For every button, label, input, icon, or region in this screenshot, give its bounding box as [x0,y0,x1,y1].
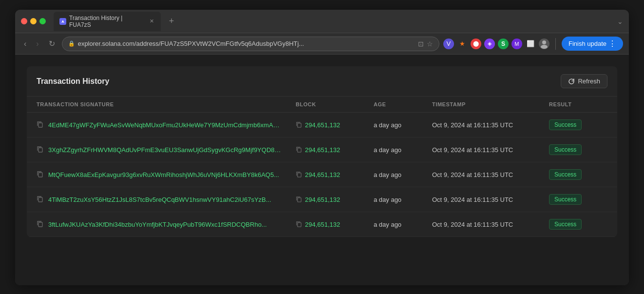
svg-rect-3 [298,123,301,127]
copy-block-icon[interactable] [296,146,302,154]
table-row: MtQFuewX8aExEpKavgur93g6xvRuXWmRihoshjWh… [27,162,617,187]
page-content: Transaction History Refresh TRANSACTION … [15,55,629,285]
result-cell: Success [549,219,607,230]
nav-extensions: V ★ ⬤ ◈ S M ⬜ [443,39,549,49]
table-row: 4TiMBzT2zuXsY56HtzZ1JsL8S7tcBv5reQCqBWV1… [27,187,617,212]
svg-rect-9 [298,197,301,201]
copy-block-icon[interactable] [296,171,302,178]
tab-strip-expand[interactable]: ⌄ [617,18,623,25]
minimize-button[interactable] [30,18,37,24]
block-number-link[interactable]: 294,651,132 [305,121,340,129]
traffic-lights [21,18,46,24]
ext-addon2-icon[interactable]: ◈ [484,39,495,49]
copy-block-icon[interactable] [296,196,302,203]
bookmark-icon[interactable]: ☆ [427,40,433,48]
age-cell: a day ago [374,121,432,129]
timestamp-cell: Oct 9, 2024 at 16:11:35 UTC [432,121,549,129]
svg-rect-8 [38,197,42,202]
profile-avatar[interactable] [539,39,549,49]
panel-header: Transaction History Refresh [27,66,617,97]
secure-icon: 🔒 [68,40,75,47]
signature-cell: 4TiMBzT2zuXsY56HtzZ1JsL8S7tcBv5reQCqBWV1… [37,196,296,203]
finish-update-button[interactable]: Finish update ⋮ [562,37,623,51]
reload-button[interactable]: ↻ [46,37,58,50]
browser-window: Transaction History | FUA7zS ✕ + ⌄ ‹ › ↻… [15,10,629,285]
status-badge: Success [549,194,582,205]
tab-favicon [59,18,66,25]
title-bar: Transaction History | FUA7zS ✕ + ⌄ [15,10,629,33]
age-cell: a day ago [374,146,432,154]
svg-rect-11 [298,222,301,226]
block-number-link[interactable]: 294,651,132 [305,146,340,154]
block-cell: 294,651,132 [296,196,374,203]
new-tab-button[interactable]: + [165,15,178,28]
finish-update-menu-icon: ⋮ [608,39,616,48]
result-cell: Success [549,119,607,130]
svg-rect-2 [38,123,42,127]
refresh-button[interactable]: Refresh [561,74,607,88]
copy-signature-icon[interactable] [37,171,44,178]
signature-cell: MtQFuewX8aExEpKavgur93g6xvRuXWmRihoshjWh… [37,171,296,178]
forward-button[interactable]: › [33,38,41,50]
result-cell: Success [549,194,607,205]
svg-rect-10 [38,222,42,227]
svg-rect-6 [38,173,42,177]
svg-rect-4 [38,148,42,152]
ext-addon1-icon[interactable]: ⬤ [471,39,481,49]
divider [555,38,556,50]
status-badge: Success [549,219,582,230]
timestamp-cell: Oct 9, 2024 at 16:11:35 UTC [432,146,549,154]
age-cell: a day ago [374,196,432,203]
col-header-age: AGE [374,101,432,107]
col-header-result: RESULT [549,101,607,107]
signature-link[interactable]: 3XghZZgyrhZFrHWVM8QAdUvPFmE3vuEU3SanwUjG… [48,146,282,154]
col-header-timestamp: TIMESTAMP [432,101,549,107]
ext-addon3-icon[interactable]: S [498,39,509,49]
signature-link[interactable]: 4EdME47gWFZyFWuAeSvWeNqbMUxoFmu2UkHeWe7Y… [48,121,282,129]
block-number-link[interactable]: 294,651,132 [305,171,340,178]
tab-title: Transaction History | FUA7zS [69,15,146,28]
close-button[interactable] [21,18,27,24]
copy-signature-icon[interactable] [37,196,44,203]
ext-vivaldi-icon[interactable]: V [443,39,454,49]
ext-star-icon[interactable]: ★ [457,39,468,49]
copy-signature-icon[interactable] [37,121,44,129]
ext-addon4-icon[interactable]: M [511,39,522,49]
back-button[interactable]: ‹ [21,38,29,50]
refresh-label: Refresh [578,78,600,85]
signature-link[interactable]: MtQFuewX8aExEpKavgur93g6xvRuXWmRihoshjWh… [48,171,279,178]
table-row: 4EdME47gWFZyFWuAeSvWeNqbMUxoFmu2UkHeWe7Y… [27,113,617,137]
copy-signature-icon[interactable] [37,220,44,228]
col-header-signature: TRANSACTION SIGNATURE [37,101,296,107]
table-header: TRANSACTION SIGNATURE BLOCK AGE TIMESTAM… [27,97,617,113]
navigation-bar: ‹ › ↻ 🔒 explorer.solana.com/address/FUA7… [15,33,629,55]
ext-puzzle-icon[interactable]: ⬜ [525,39,536,49]
pip-icon[interactable]: ⊡ [418,40,424,48]
copy-block-icon[interactable] [296,121,302,129]
signature-cell: 4EdME47gWFZyFWuAeSvWeNqbMUxoFmu2UkHeWe7Y… [37,121,296,129]
finish-update-label: Finish update [568,40,606,47]
table-row: 3XghZZgyrhZFrHWVM8QAdUvPFmE3vuEU3SanwUjG… [27,137,617,162]
block-cell: 294,651,132 [296,221,374,228]
status-badge: Success [549,119,582,130]
address-bar[interactable]: 🔒 explorer.solana.com/address/FUA7zS5PXV… [62,37,439,51]
copy-signature-icon[interactable] [37,146,44,154]
status-badge: Success [549,169,582,180]
block-cell: 294,651,132 [296,146,374,154]
maximize-button[interactable] [39,18,46,24]
col-header-block: BLOCK [296,101,374,107]
tab-close-button[interactable]: ✕ [149,17,155,25]
age-cell: a day ago [374,221,432,228]
signature-link[interactable]: 4TiMBzT2zuXsY56HtzZ1JsL8S7tcBv5reQCqBWV1… [48,196,271,203]
svg-point-0 [542,40,546,44]
block-number-link[interactable]: 294,651,132 [305,196,340,203]
signature-link[interactable]: 3ftLufwJKUAzYa3KfDhi34bzbuYoYmfjbKTJvqey… [48,221,267,228]
status-badge: Success [549,144,582,155]
signature-cell: 3XghZZgyrhZFrHWVM8QAdUvPFmE3vuEU3SanwUjG… [37,146,296,154]
block-number-link[interactable]: 294,651,132 [305,221,340,228]
table-body: 4EdME47gWFZyFWuAeSvWeNqbMUxoFmu2UkHeWe7Y… [27,113,617,237]
copy-block-icon[interactable] [296,221,302,228]
active-tab[interactable]: Transaction History | FUA7zS ✕ [54,12,161,31]
signature-cell: 3ftLufwJKUAzYa3KfDhi34bzbuYoYmfjbKTJvqey… [37,220,296,228]
svg-rect-5 [298,148,301,152]
